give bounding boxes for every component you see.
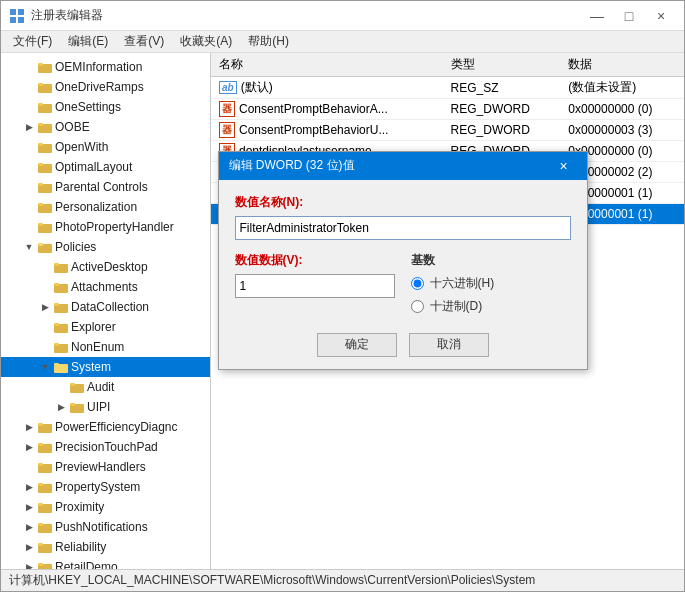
- menu-help[interactable]: 帮助(H): [240, 31, 297, 52]
- reg-type-icon: 器: [219, 101, 235, 117]
- folder-icon: [37, 419, 53, 435]
- svg-rect-14: [38, 143, 43, 146]
- title-left: 注册表编辑器: [9, 7, 103, 24]
- tree-item-policies[interactable]: ▼ Policies: [1, 237, 210, 257]
- expand-icon[interactable]: ▼: [21, 239, 37, 255]
- dialog-ok-button[interactable]: 确定: [317, 333, 397, 357]
- expand-icon[interactable]: ▶: [21, 479, 37, 495]
- reg-type-icon: 器: [219, 122, 235, 138]
- tree-item-oobe[interactable]: ▶ OOBE: [1, 117, 210, 137]
- tree-item-oeminformation[interactable]: OEMInformation: [1, 57, 210, 77]
- dialog-title: 编辑 DWORD (32 位)值: [229, 157, 355, 174]
- tree-item-personalization[interactable]: Personalization: [1, 197, 210, 217]
- dialog-body: 数值名称(N): 数值数据(V): 基数 十六进制(H): [219, 180, 587, 369]
- folder-icon: [37, 119, 53, 135]
- maximize-button[interactable]: □: [614, 6, 644, 26]
- folder-icon: [37, 539, 53, 555]
- tree-label: UIPI: [87, 400, 110, 414]
- dialog-close-button[interactable]: ×: [551, 155, 577, 177]
- tree-item-openwith[interactable]: OpenWith: [1, 137, 210, 157]
- radio-hex-input[interactable]: [411, 277, 424, 290]
- tree-item-onesettings[interactable]: OneSettings: [1, 97, 210, 117]
- expand-icon[interactable]: ▶: [37, 299, 53, 315]
- tree-item-propertysystem[interactable]: ▶ PropertySystem: [1, 477, 210, 497]
- tree-item-audit[interactable]: Audit: [1, 377, 210, 397]
- svg-rect-42: [38, 423, 43, 426]
- tree-item-system[interactable]: ▼ System: [1, 357, 210, 377]
- table-row[interactable]: 器 ConsentPromptBehaviorA... REG_DWORD 0x…: [211, 99, 684, 120]
- expand-icon[interactable]: ▶: [21, 439, 37, 455]
- tree-label: OEMInformation: [55, 60, 142, 74]
- tree-label: ActiveDesktop: [71, 260, 148, 274]
- tree-item-attachments[interactable]: Attachments: [1, 277, 210, 297]
- tree-item-reliability[interactable]: ▶ Reliability: [1, 537, 210, 557]
- title-bar: 注册表编辑器 — □ ×: [1, 1, 684, 31]
- tree-item-photopropertyhandler[interactable]: PhotoPropertyHandler: [1, 217, 210, 237]
- radio-hex-label: 十六进制(H): [430, 275, 495, 292]
- dialog-name-input[interactable]: [235, 216, 571, 240]
- svg-rect-52: [38, 523, 43, 526]
- svg-rect-8: [38, 83, 43, 86]
- tree-item-activedesktop[interactable]: ActiveDesktop: [1, 257, 210, 277]
- tree-item-pushnotifications[interactable]: ▶ PushNotifications: [1, 517, 210, 537]
- tree-item-optimallayout[interactable]: OptimalLayout: [1, 157, 210, 177]
- tree-label: DataCollection: [71, 300, 149, 314]
- svg-rect-28: [54, 283, 59, 286]
- svg-rect-30: [54, 303, 59, 306]
- tree-label: PrecisionTouchPad: [55, 440, 158, 454]
- dialog-name-label: 数值名称(N):: [235, 194, 571, 211]
- close-button[interactable]: ×: [646, 6, 676, 26]
- radio-hex[interactable]: 十六进制(H): [411, 275, 495, 292]
- cell-type: REG_DWORD: [443, 99, 561, 120]
- cell-name: 器 ConsentPromptBehaviorU...: [211, 120, 443, 141]
- cell-name: ab (默认): [211, 77, 443, 99]
- radio-dec[interactable]: 十进制(D): [411, 298, 495, 315]
- svg-rect-54: [38, 543, 43, 546]
- tree-panel[interactable]: OEMInformation OneDriveRamps OneSettings: [1, 53, 211, 569]
- svg-rect-12: [38, 123, 43, 126]
- tree-item-datacollection[interactable]: ▶ DataCollection: [1, 297, 210, 317]
- status-text: 计算机\HKEY_LOCAL_MACHINE\SOFTWARE\Microsof…: [9, 572, 535, 589]
- menu-favorites[interactable]: 收藏夹(A): [172, 31, 240, 52]
- cell-type: REG_SZ: [443, 77, 561, 99]
- expand-icon[interactable]: ▼: [37, 359, 53, 375]
- tree-item-proximity[interactable]: ▶ Proximity: [1, 497, 210, 517]
- folder-icon: [37, 139, 53, 155]
- col-name: 名称: [211, 53, 443, 77]
- dialog-data-input[interactable]: [235, 274, 395, 298]
- expand-icon[interactable]: ▶: [21, 519, 37, 535]
- tree-item-precisiontouchpad[interactable]: ▶ PrecisionTouchPad: [1, 437, 210, 457]
- expand-icon[interactable]: ▶: [21, 119, 37, 135]
- svg-rect-38: [70, 383, 75, 386]
- tree-item-uipi[interactable]: ▶ UIPI: [1, 397, 210, 417]
- folder-icon: [53, 279, 69, 295]
- menu-view[interactable]: 查看(V): [116, 31, 172, 52]
- tree-item-parentalcontrols[interactable]: Parental Controls: [1, 177, 210, 197]
- tree-label: OneDriveRamps: [55, 80, 144, 94]
- cell-data: 0x00000003 (3): [560, 120, 684, 141]
- tree-label: OOBE: [55, 120, 90, 134]
- table-row[interactable]: 器 ConsentPromptBehaviorU... REG_DWORD 0x…: [211, 120, 684, 141]
- expand-icon[interactable]: ▶: [21, 419, 37, 435]
- expand-icon[interactable]: ▶: [21, 539, 37, 555]
- svg-rect-40: [70, 403, 75, 406]
- table-row[interactable]: ab (默认) REG_SZ (数值未设置): [211, 77, 684, 99]
- folder-icon: [69, 379, 85, 395]
- tree-item-explorer[interactable]: Explorer: [1, 317, 210, 337]
- tree-item-nonenum[interactable]: NonEnum: [1, 337, 210, 357]
- tree-item-previewhandlers[interactable]: PreviewHandlers: [1, 457, 210, 477]
- status-bar: 计算机\HKEY_LOCAL_MACHINE\SOFTWARE\Microsof…: [1, 569, 684, 591]
- menu-file[interactable]: 文件(F): [5, 31, 60, 52]
- expand-icon[interactable]: ▶: [53, 399, 69, 415]
- expand-icon[interactable]: ▶: [21, 559, 37, 569]
- menu-edit[interactable]: 编辑(E): [60, 31, 116, 52]
- dialog-cancel-button[interactable]: 取消: [409, 333, 489, 357]
- tree-item-powerefficiency[interactable]: ▶ PowerEfficiencyDiagnc: [1, 417, 210, 437]
- tree-label: Personalization: [55, 200, 137, 214]
- tree-item-retaildemo[interactable]: ▶ RetailDemo: [1, 557, 210, 569]
- expand-icon[interactable]: ▶: [21, 499, 37, 515]
- radio-dec-input[interactable]: [411, 300, 424, 313]
- dialog-base-label: 基数: [411, 252, 495, 269]
- minimize-button[interactable]: —: [582, 6, 612, 26]
- tree-item-onedriveramps[interactable]: OneDriveRamps: [1, 77, 210, 97]
